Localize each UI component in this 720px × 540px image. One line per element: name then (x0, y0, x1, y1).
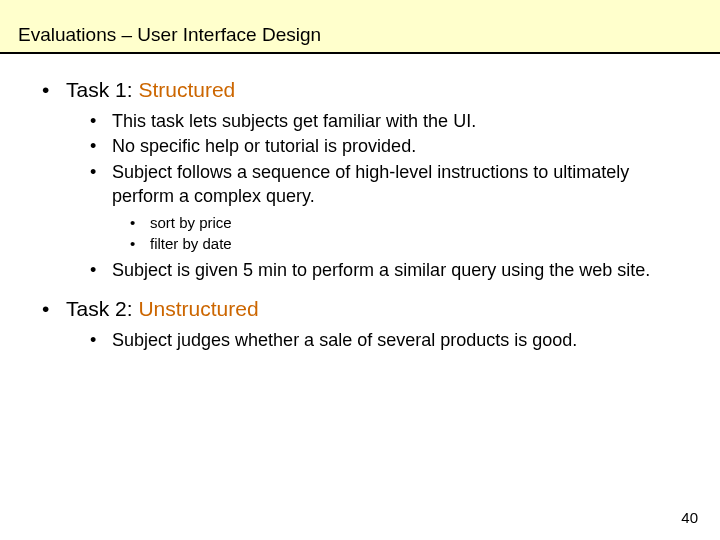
task1-subbullets: • sort by price • filter by date (90, 213, 678, 254)
bullet-icon: • (90, 259, 112, 283)
bullet-text: sort by price (150, 213, 232, 233)
slide-content: • Task 1: Structured • This task lets su… (0, 54, 720, 353)
bullet-icon: • (42, 76, 66, 104)
list-item: • This task lets subjects get familiar w… (90, 110, 678, 134)
bullet-text: No specific help or tutorial is provided… (112, 135, 416, 159)
bullet-text: Subject is given 5 min to perform a simi… (112, 259, 650, 283)
slide-title: Evaluations – User Interface Design (18, 24, 321, 46)
title-band: Evaluations – User Interface Design (0, 0, 720, 54)
bullet-icon: • (90, 329, 112, 353)
task1-prefix: Task 1: (66, 78, 138, 101)
task2-bullets: • Subject judges whether a sale of sever… (42, 329, 678, 353)
task1-bullets: • This task lets subjects get familiar w… (42, 110, 678, 283)
list-item: • sort by price (130, 213, 678, 233)
list-item: • No specific help or tutorial is provid… (90, 135, 678, 159)
task2-label: Unstructured (138, 297, 258, 320)
task1-heading: • Task 1: Structured (42, 76, 678, 104)
bullet-icon: • (90, 110, 112, 134)
bullet-text: Subject follows a sequence of high-level… (112, 161, 678, 209)
bullet-text: Subject judges whether a sale of several… (112, 329, 577, 353)
bullet-icon: • (90, 161, 112, 185)
bullet-icon: • (130, 234, 150, 254)
bullet-icon: • (130, 213, 150, 233)
list-item: • Subject follows a sequence of high-lev… (90, 161, 678, 209)
list-item: • filter by date (130, 234, 678, 254)
page-number: 40 (681, 509, 698, 526)
bullet-icon: • (42, 295, 66, 323)
task1-label: Structured (138, 78, 235, 101)
list-item: • Subject judges whether a sale of sever… (90, 329, 678, 353)
list-item: • Subject is given 5 min to perform a si… (90, 259, 678, 283)
bullet-text: This task lets subjects get familiar wit… (112, 110, 476, 134)
bullet-text: filter by date (150, 234, 232, 254)
task2-prefix: Task 2: (66, 297, 138, 320)
bullet-icon: • (90, 135, 112, 159)
task2-heading: • Task 2: Unstructured (42, 295, 678, 323)
